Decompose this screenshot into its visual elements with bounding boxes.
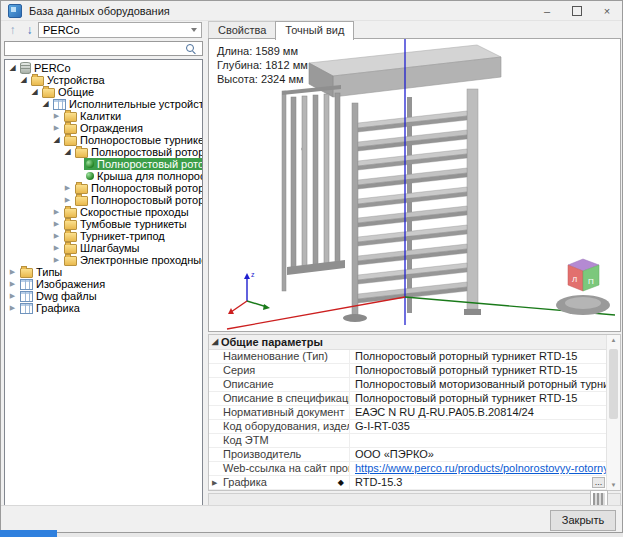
collapsed-arrow-icon[interactable]: ▶ xyxy=(7,266,18,278)
axis-triad-icon: z xyxy=(228,271,270,314)
collapsed-arrow-icon[interactable]: ▶ xyxy=(51,242,62,254)
expanded-arrow-icon[interactable]: ◢ xyxy=(18,74,29,86)
equipment-database-window: База данных оборудования – × ↑ ↓ PERCo ◢… xyxy=(0,0,623,533)
tree-item[interactable]: ▶Графика xyxy=(5,302,202,314)
property-row[interactable]: Нормативный документЕАЭС N RU Д-RU.РА05.… xyxy=(209,406,620,420)
search-icon[interactable] xyxy=(186,44,194,52)
property-row[interactable]: ▶Графика◆RTD-15.3... xyxy=(209,476,620,490)
tree-item[interactable]: ◢Исполнительные устройства xyxy=(5,98,202,110)
property-value[interactable]: ЕАЭС N RU Д-RU.РА05.В.20814/24 xyxy=(349,406,620,419)
property-value[interactable]: Полноростовый роторный турникет RTD-15 xyxy=(349,364,620,377)
tab-properties[interactable]: Свойства xyxy=(208,21,276,39)
collapsed-arrow-icon[interactable]: ▶ xyxy=(212,490,217,491)
maximize-button[interactable] xyxy=(562,1,592,20)
expanded-arrow-icon[interactable]: ◢ xyxy=(40,98,51,110)
dimension-length: Длина: 1589 мм xyxy=(217,44,308,58)
expanded-arrow-icon[interactable]: ◢ xyxy=(29,86,40,98)
tree-item[interactable]: ▶Полноростовый роторный турникет xyxy=(5,182,202,194)
tree-item-label: Полноростовый роторный турникет xyxy=(91,194,203,206)
tree-item[interactable]: Полноростовый роторный турни xyxy=(5,158,202,170)
ellipsis-button[interactable]: ... xyxy=(592,477,605,488)
tree-item[interactable]: ◢Полноростовый роторный турникет xyxy=(5,146,202,158)
sphere-icon xyxy=(86,172,94,180)
dimension-height: Высота: 2324 мм xyxy=(217,72,308,86)
property-label: Описание xyxy=(223,378,274,390)
model-viewport[interactable]: Длина: 1589 мм Глубина: 1812 мм Высота: … xyxy=(208,38,621,332)
tree-item-label: Типы xyxy=(36,266,62,278)
scrollbar-thumb[interactable] xyxy=(609,349,618,419)
tree-item[interactable]: ▶Изображения xyxy=(5,278,202,290)
database-selector-value: PERCo xyxy=(43,24,80,36)
table-icon xyxy=(20,303,33,314)
tree-item[interactable]: ▶Шлагбаумы xyxy=(5,242,202,254)
tree-item[interactable]: ◢Устройства xyxy=(5,74,202,86)
table-icon xyxy=(20,291,33,302)
app-icon xyxy=(8,4,22,18)
tree-item[interactable]: ▶Ограждения xyxy=(5,122,202,134)
property-group-header[interactable]: ◢ Общие параметры xyxy=(209,335,620,350)
folder-icon xyxy=(64,232,77,242)
collapsed-arrow-icon[interactable]: ▶ xyxy=(51,254,62,266)
collapsed-arrow-icon[interactable]: ▶ xyxy=(62,182,73,194)
tree-item[interactable]: ▶Калитки xyxy=(5,110,202,122)
property-row[interactable]: Наименование (Тип)Полноростовый роторный… xyxy=(209,350,620,364)
database-selector[interactable]: PERCo xyxy=(38,22,202,38)
property-value[interactable]: Полноростовый моторизованный роторный ту… xyxy=(349,378,614,391)
property-value[interactable] xyxy=(349,434,620,447)
collapsed-arrow-icon[interactable]: ▶ xyxy=(7,278,18,290)
folder-icon xyxy=(64,136,77,146)
tree-item[interactable]: ▶Полноростовый роторный турникет xyxy=(5,194,202,206)
tree-item[interactable]: ▶Тумбовые турникеты xyxy=(5,218,202,230)
property-row[interactable]: Код оборудования, изделия, матери...G-I-… xyxy=(209,420,620,434)
arrow-down-icon[interactable]: ↓ xyxy=(22,22,37,38)
collapsed-arrow-icon[interactable]: ▶ xyxy=(7,302,18,314)
tab-exact-view[interactable]: Точный вид xyxy=(275,21,354,40)
grid-scrollbar[interactable]: ▲ ▼ xyxy=(606,335,620,490)
tree-item[interactable]: Крыша для полноростового рото xyxy=(5,170,202,182)
property-value[interactable]: Полноростовый роторный турникет RTD-15 xyxy=(349,392,620,405)
expanded-arrow-icon[interactable]: ◢ xyxy=(51,134,62,146)
folder-icon xyxy=(64,124,77,134)
search-input[interactable] xyxy=(7,42,189,57)
collapsed-arrow-icon[interactable]: ▶ xyxy=(62,194,73,206)
collapsed-arrow-icon[interactable]: ▶ xyxy=(51,110,62,122)
collapsed-arrow-icon[interactable]: ▶ xyxy=(212,476,217,489)
property-value[interactable]: RTD-15.3 xyxy=(349,476,620,489)
minimize-button[interactable]: – xyxy=(532,1,562,20)
collapsed-arrow-icon[interactable]: ▶ xyxy=(51,122,62,134)
tree-item[interactable]: ◢PERCo xyxy=(5,62,202,74)
folder-icon xyxy=(20,268,33,278)
close-button[interactable]: Закрыть xyxy=(550,510,616,531)
tree-item[interactable]: ◢Полноростовые турникеты xyxy=(5,134,202,146)
window-title: База данных оборудования xyxy=(29,5,170,17)
property-value[interactable]: Полноростовый роторный турникет RTD-15 xyxy=(349,350,620,363)
scroll-down-icon[interactable]: ▼ xyxy=(607,482,620,488)
property-value[interactable]: ООО «ПЭРКО» xyxy=(349,448,620,461)
property-row[interactable]: ПроизводительООО «ПЭРКО» xyxy=(209,448,620,462)
collapsed-arrow-icon[interactable]: ▶ xyxy=(51,218,62,230)
property-row[interactable]: Web-ссылка на сайт производителяhttps://… xyxy=(209,462,620,476)
collapsed-arrow-icon[interactable]: ▶ xyxy=(51,230,62,242)
property-row[interactable]: ▶Изображение◆rtd-15_03_page_full.png... xyxy=(209,490,620,491)
property-label: Код оборудования, изделия, матери... xyxy=(223,420,349,432)
tree-item[interactable]: ◢Общие xyxy=(5,86,202,98)
collapsed-arrow-icon[interactable]: ▶ xyxy=(51,206,62,218)
collapsed-arrow-icon[interactable]: ▶ xyxy=(7,290,18,302)
expanded-arrow-icon[interactable]: ◢ xyxy=(62,146,73,158)
property-row[interactable]: СерияПолноростовый роторный турникет RTD… xyxy=(209,364,620,378)
expanded-arrow-icon[interactable]: ◢ xyxy=(7,62,18,74)
tree-item[interactable]: ▶Турникет-трипод xyxy=(5,230,202,242)
scroll-up-icon[interactable]: ▲ xyxy=(607,337,620,343)
arrow-up-icon[interactable]: ↑ xyxy=(5,22,20,38)
tree-item[interactable]: ▶Скоростные проходы xyxy=(5,206,202,218)
tree-item[interactable]: ▶Типы xyxy=(5,266,202,278)
property-row[interactable]: Код ЭТМ xyxy=(209,434,620,448)
property-row[interactable]: ОписаниеПолноростовый моторизованный рот… xyxy=(209,378,620,392)
close-window-button[interactable]: × xyxy=(592,1,622,20)
property-row[interactable]: Описание в спецификацииПолноростовый рот… xyxy=(209,392,620,406)
tree-item[interactable]: ▶Dwg файлы xyxy=(5,290,202,302)
property-value-link[interactable]: https://www.perco.ru/products/polnorosto… xyxy=(349,462,620,475)
tree-item[interactable]: ▶Электронные проходные xyxy=(5,254,202,266)
property-value[interactable]: G-I-RT-035 xyxy=(349,420,620,433)
property-value[interactable]: rtd-15_03_page_full.png xyxy=(349,490,620,491)
